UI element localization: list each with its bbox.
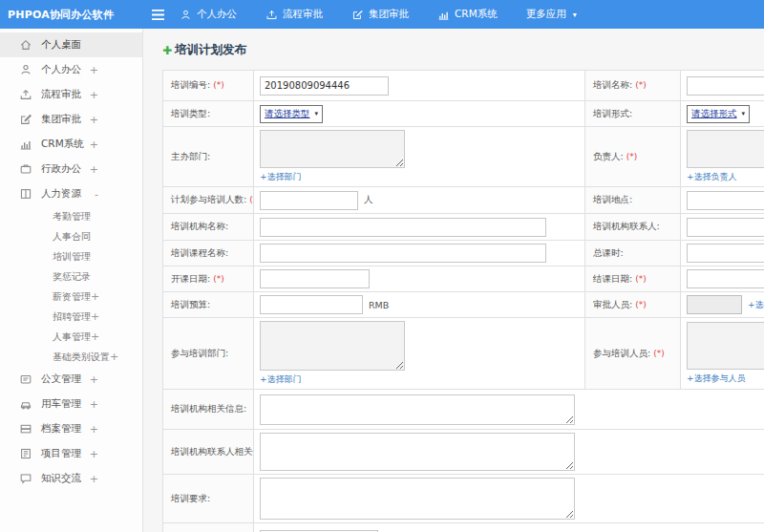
select-dept-link[interactable]: +选择部门 xyxy=(260,171,579,183)
sidebar-item[interactable]: 人力资源- xyxy=(0,181,142,206)
sidebar-item[interactable]: 薪资管理+ xyxy=(0,287,142,307)
end-date-input[interactable] xyxy=(687,269,764,288)
expand-icon[interactable]: + xyxy=(90,374,98,385)
sidebar-item[interactable]: 档案管理+ xyxy=(0,416,142,441)
sidebar-item[interactable]: CRM系统+ xyxy=(0,132,142,157)
table-row: 培训要求: xyxy=(163,475,764,523)
org-contact-info-textarea[interactable] xyxy=(260,433,575,471)
home-icon xyxy=(19,38,32,52)
expand-icon[interactable]: + xyxy=(90,474,98,484)
sidebar-item[interactable]: 公文管理+ xyxy=(0,367,142,392)
start-date-input[interactable] xyxy=(260,269,370,288)
course-name-input[interactable] xyxy=(260,244,546,263)
sidebar-item[interactable]: 项目管理+ xyxy=(0,441,142,466)
sidebar-item[interactable]: 集团审批+ xyxy=(0,107,142,132)
sidebar-item[interactable]: 流程审批+ xyxy=(0,82,142,107)
host-dept-textarea[interactable] xyxy=(260,130,405,168)
sidebar-item[interactable]: 培训管理 xyxy=(0,246,142,266)
required-mark: (*) xyxy=(213,274,224,284)
sidebar-item-label: 档案管理 xyxy=(41,422,81,436)
expand-icon[interactable]: + xyxy=(90,399,98,410)
sidebar-item[interactable]: 个人桌面 xyxy=(0,32,142,57)
training-name-input[interactable] xyxy=(687,76,764,96)
expand-icon[interactable]: + xyxy=(90,164,98,175)
expand-icon[interactable]: + xyxy=(90,90,98,100)
page-title-text: 培训计划发布 xyxy=(175,42,246,58)
training-type-select[interactable]: 请选择类型▾ xyxy=(260,105,323,123)
sidebar-item-label: CRM系统 xyxy=(41,138,84,151)
approver-input[interactable] xyxy=(687,295,742,314)
sidebar-item-label: 集团审批 xyxy=(41,113,81,126)
sidebar-item-label: 知识交流 xyxy=(41,472,81,485)
training-form-select[interactable]: 请选择形式▾ xyxy=(687,105,750,123)
course-name-label: 培训课程名称: xyxy=(163,241,254,266)
expand-icon[interactable]: + xyxy=(90,449,98,459)
sidebar-item-label: 流程审批 xyxy=(41,88,81,101)
nav-item[interactable]: 更多应用▾ xyxy=(526,8,577,21)
sidebar-item-label: 用车管理 xyxy=(41,397,81,411)
collapse-icon[interactable]: - xyxy=(95,189,98,200)
expand-icon[interactable]: + xyxy=(90,115,98,125)
chevron-down-icon: ▾ xyxy=(315,110,319,117)
expand-icon[interactable]: + xyxy=(90,139,98,150)
sidebar-item-label: 人事管理 xyxy=(53,330,91,344)
training-type-label: 培训类型: xyxy=(163,101,254,127)
sidebar-item-label: 人力资源 xyxy=(41,187,81,201)
leader-textarea[interactable] xyxy=(687,130,764,168)
sidebar-item[interactable]: 基础类别设置+ xyxy=(0,347,142,367)
required-mark: (*) xyxy=(626,152,638,161)
hamburger-menu-icon[interactable] xyxy=(151,7,166,22)
select-participants-link[interactable]: +选择参与人员 xyxy=(687,372,764,385)
select-dept-link[interactable]: +选择部门 xyxy=(260,373,579,386)
total-hours-input[interactable] xyxy=(687,244,764,263)
required-mark: (*) xyxy=(635,300,647,309)
sidebar-item[interactable]: 人事管理+ xyxy=(0,327,142,347)
planned-count-input[interactable] xyxy=(260,191,358,210)
expand-icon[interactable]: + xyxy=(90,65,98,75)
required-mark: (*) xyxy=(635,274,647,284)
sidebar-item-label: 薪资管理 xyxy=(53,290,91,304)
location-input[interactable] xyxy=(687,191,764,210)
org-name-input[interactable] xyxy=(260,218,546,237)
nav-item[interactable]: CRM系统 xyxy=(437,8,498,21)
planned-count-label: 计划参与培训人数:(*) xyxy=(163,187,254,214)
project-icon xyxy=(19,447,32,460)
attachment-label: 附件文档: xyxy=(163,523,254,532)
expand-icon[interactable]: + xyxy=(91,311,99,322)
org-name-label: 培训机构名称: xyxy=(163,214,254,241)
part-person-textarea[interactable] xyxy=(687,322,764,370)
archive-icon xyxy=(19,422,32,436)
nav-item[interactable]: 集团审批 xyxy=(351,8,409,21)
select-leader-link[interactable]: +选择负责人 xyxy=(687,171,764,183)
table-row: 主办部门: +选择部门 负责人:(*) +选择负责人 xyxy=(163,127,764,187)
training-no-input[interactable] xyxy=(260,76,389,96)
sidebar-item[interactable]: 行政办公+ xyxy=(0,157,142,181)
currency-label: RMB xyxy=(369,300,389,310)
briefcase-icon xyxy=(19,162,32,176)
sidebar-item[interactable]: 知识交流+ xyxy=(0,466,142,491)
requirement-textarea[interactable] xyxy=(260,478,575,520)
part-dept-textarea[interactable] xyxy=(260,321,405,371)
sidebar-item[interactable]: 考勤管理 xyxy=(0,206,142,226)
nav-item[interactable]: 个人办公 xyxy=(180,8,237,21)
sidebar-item[interactable]: 用车管理+ xyxy=(0,392,142,416)
budget-input[interactable] xyxy=(260,295,363,314)
org-contact-input[interactable] xyxy=(687,218,764,237)
select-approver-link[interactable]: +选择审批人员 xyxy=(748,299,764,311)
expand-icon[interactable]: + xyxy=(90,424,98,435)
required-mark: (*) xyxy=(213,80,224,90)
sidebar-item-label: 培训管理 xyxy=(53,250,91,264)
expand-icon[interactable]: + xyxy=(91,331,99,342)
approver-label: 审批人员:(*) xyxy=(585,292,681,318)
sidebar-item[interactable]: 奖惩记录 xyxy=(0,266,142,287)
expand-icon[interactable]: + xyxy=(91,291,99,302)
add-icon: ✚ xyxy=(162,45,172,56)
top-nav: 个人办公流程审批集团审批CRM系统更多应用▾ xyxy=(180,8,577,21)
org-info-textarea[interactable] xyxy=(260,394,575,425)
sidebar-item-label: 项目管理 xyxy=(41,447,81,460)
sidebar-item[interactable]: 个人办公+ xyxy=(0,57,142,82)
nav-item[interactable]: 流程审批 xyxy=(265,8,323,21)
sidebar-item[interactable]: 人事合同 xyxy=(0,226,142,246)
expand-icon[interactable]: + xyxy=(110,351,118,362)
sidebar-item[interactable]: 招聘管理+ xyxy=(0,307,142,327)
